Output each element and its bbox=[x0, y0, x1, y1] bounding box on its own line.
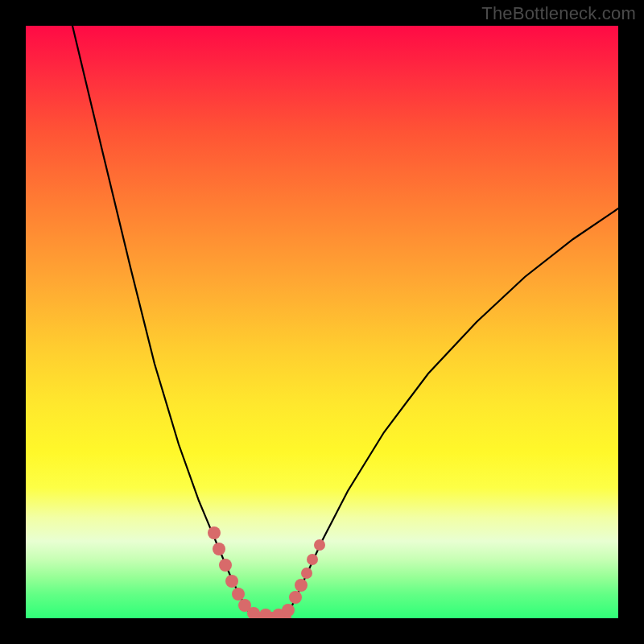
marker-dot bbox=[219, 559, 232, 572]
plot-svg bbox=[26, 26, 618, 618]
marker-dot bbox=[295, 579, 308, 592]
curve-right bbox=[285, 208, 618, 618]
marker-dot bbox=[259, 609, 272, 618]
curve-left bbox=[72, 26, 258, 618]
marker-dot bbox=[208, 526, 221, 539]
marker-dot bbox=[282, 604, 295, 617]
marker-dot bbox=[314, 539, 325, 551]
markers-group bbox=[208, 526, 325, 618]
marker-dot bbox=[307, 554, 318, 565]
marker-dot bbox=[213, 543, 225, 555]
marker-dot bbox=[289, 591, 302, 604]
marker-dot bbox=[232, 588, 245, 601]
watermark-text: TheBottleneck.com bbox=[481, 3, 636, 24]
marker-dot bbox=[225, 575, 238, 588]
chart-frame bbox=[26, 26, 618, 618]
marker-dot bbox=[301, 568, 312, 579]
